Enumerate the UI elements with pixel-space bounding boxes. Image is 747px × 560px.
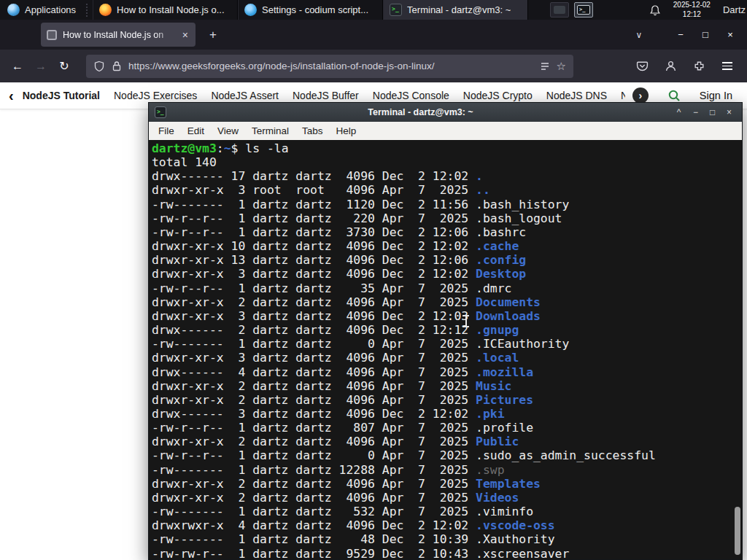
url-bar[interactable]: https://www.geeksforgeeks.org/node-js/in… xyxy=(86,55,573,78)
firefox-icon xyxy=(99,4,112,16)
reader-view-icon[interactable] xyxy=(540,61,550,71)
applications-label: Applications xyxy=(25,4,76,15)
taskbar-item-label: Terminal - dartz@vm3: ~ xyxy=(407,4,511,15)
terminal-menu-file[interactable]: File xyxy=(152,125,181,136)
nav-item-nodejs-exercises[interactable]: NodeJS Exercises xyxy=(114,90,197,101)
extensions-icon[interactable] xyxy=(688,55,710,77)
ls-entry-name: .profile xyxy=(476,421,533,435)
terminal-icon xyxy=(390,4,402,16)
terminal-ls-line: -rw------- 1 dartz dartz 532 Apr 7 2025 … xyxy=(152,505,742,518)
terminal-maximize-button[interactable]: □ xyxy=(704,107,721,117)
terminal-ls-line: -rw------- 1 dartz dartz 0 Apr 7 2025 .I… xyxy=(152,337,742,351)
user-label[interactable]: Dartz xyxy=(723,4,746,15)
menu-icon[interactable] xyxy=(716,55,738,77)
taskbar-item-firefox[interactable]: How to Install Node.js o... xyxy=(93,0,238,20)
account-icon[interactable] xyxy=(659,55,681,77)
search-icon[interactable] xyxy=(667,89,681,102)
terminal-scrollbar[interactable] xyxy=(735,507,740,555)
terminal-menu-view[interactable]: View xyxy=(211,125,245,136)
terminal-content[interactable]: dartz@vm3:~$ ls -la total 140 drwx------… xyxy=(149,140,742,559)
notification-bell-icon[interactable] xyxy=(649,4,661,16)
tab-close-icon[interactable]: × xyxy=(181,29,190,41)
back-button[interactable]: ← xyxy=(6,55,29,78)
tray-window-button[interactable] xyxy=(550,2,569,18)
terminal-total-line: total 140 xyxy=(152,155,742,169)
ls-entry-name: .bashrc xyxy=(476,225,526,239)
ls-entry-name: .xscreensaver xyxy=(476,547,569,559)
panel-separator xyxy=(86,4,90,17)
nav-scroll-right-icon[interactable]: › xyxy=(632,88,649,104)
terminal-ls-line: drwxr-xr-x 2 dartz dartz 4096 Apr 7 2025… xyxy=(152,379,742,393)
terminal-minimize-button[interactable]: − xyxy=(687,107,704,117)
nav-item-nodejs-assert[interactable]: NodeJS Assert xyxy=(211,90,279,101)
terminal-ls-line: drwxr-xr-x 2 dartz dartz 4096 Apr 7 2025… xyxy=(152,295,742,309)
terminal-ls-line: drwxr-xr-x 3 dartz dartz 4096 Dec 2 12:0… xyxy=(152,309,742,323)
ls-entry-name: Desktop xyxy=(476,267,526,281)
nav-item-nodejs-buffer[interactable]: NodeJS Buffer xyxy=(293,90,359,101)
nav-item-nodejs-console[interactable]: NodeJS Console xyxy=(373,90,449,101)
terminal-command: ls -la xyxy=(245,141,288,155)
ls-entry-name: .cache xyxy=(476,239,519,253)
browser-nav-toolbar: ← → ↻ https://www.geeksforgeeks.org/node… xyxy=(0,50,747,82)
nav-item-nodejs-crypto[interactable]: NodeJS Crypto xyxy=(463,90,533,101)
ls-entry-name: .swp xyxy=(476,463,504,477)
terminal-ls-line: drwx------ 17 dartz dartz 4096 Dec 2 12:… xyxy=(152,169,742,183)
prompt-separator: : xyxy=(217,141,224,155)
terminal-titlebar[interactable]: Terminal - dartz@vm3: ~ ^ − □ × xyxy=(149,103,742,122)
browser-tab[interactable]: How to Install Node.js on × xyxy=(41,23,196,47)
tab-favicon xyxy=(47,30,57,40)
tray-terminal-button[interactable] xyxy=(574,2,593,18)
browser-close-button[interactable]: × xyxy=(718,29,743,40)
nav-item-nodejs-dns[interactable]: NodeJS DNS xyxy=(546,90,607,101)
terminal-prompt-line: dartz@vm3:~$ ls -la xyxy=(152,141,742,155)
nav-scroll-left-icon[interactable]: ‹ xyxy=(9,88,14,103)
terminal-ls-line: drwxr-xr-x 2 dartz dartz 4096 Apr 7 2025… xyxy=(152,477,742,491)
top-panel: Applications How to Install Node.js o...… xyxy=(0,0,747,20)
codium-icon xyxy=(244,4,257,16)
ls-entry-name: Pictures xyxy=(476,393,533,407)
tracking-shield-icon[interactable] xyxy=(93,61,105,72)
ls-entry-name: .bash_logout xyxy=(476,211,562,225)
clock[interactable]: 2025-12-02 12:12 xyxy=(673,1,711,19)
ls-entry-name: Public xyxy=(476,435,519,448)
pocket-icon[interactable] xyxy=(631,55,653,77)
terminal-ls-line: -rw-rw-r-- 1 dartz dartz 9529 Dec 2 10:4… xyxy=(152,547,742,559)
bookmark-star-icon[interactable]: ☆ xyxy=(557,60,566,73)
sign-in-button[interactable]: Sign In xyxy=(700,90,732,101)
terminal-close-button[interactable]: × xyxy=(721,107,738,117)
terminal-menu-terminal[interactable]: Terminal xyxy=(245,125,295,136)
ls-entry-name: . xyxy=(476,169,483,183)
reload-button[interactable]: ↻ xyxy=(53,55,76,78)
toolbar-right-icons xyxy=(631,55,741,77)
ls-entry-name: Documents xyxy=(476,295,541,309)
browser-minimize-button[interactable]: − xyxy=(668,29,693,40)
ls-entry-name: .viminfo xyxy=(476,505,533,518)
terminal-menu-edit[interactable]: Edit xyxy=(181,125,211,136)
taskbar-item-terminal[interactable]: Terminal - dartz@vm3: ~ xyxy=(383,0,528,20)
terminal-ls-line: -rw-r--r-- 1 dartz dartz 220 Apr 7 2025 … xyxy=(152,211,742,225)
ls-entry-name: .Xauthority xyxy=(476,532,555,546)
tab-title: How to Install Node.js on xyxy=(63,30,175,40)
new-tab-button[interactable]: + xyxy=(203,25,223,45)
terminal-ls-line: drwxr-xr-x 2 dartz dartz 4096 Apr 7 2025… xyxy=(152,393,742,407)
lock-icon[interactable] xyxy=(112,61,122,71)
nav-item-nodejs-tutorial[interactable]: NodeJS Tutorial xyxy=(23,90,100,101)
terminal-menu-tabs[interactable]: Tabs xyxy=(295,125,330,136)
ls-entry-name: .config xyxy=(476,253,526,267)
url-text[interactable]: https://www.geeksforgeeks.org/node-js/in… xyxy=(128,61,533,71)
browser-maximize-button[interactable]: □ xyxy=(693,29,718,40)
browser-window-controls: − □ × xyxy=(668,29,743,40)
terminal-output: drwx------ 17 dartz dartz 4096 Dec 2 12:… xyxy=(152,169,742,559)
terminal-shade-button[interactable]: ^ xyxy=(670,107,687,117)
terminal-menu-help[interactable]: Help xyxy=(330,125,363,136)
applications-menu-button[interactable]: Applications xyxy=(0,0,83,20)
prompt-path: ~ xyxy=(224,141,231,155)
ls-entry-name: .bash_history xyxy=(476,198,569,211)
list-tabs-button[interactable]: ∨ xyxy=(629,30,649,40)
forward-button[interactable]: → xyxy=(29,55,53,78)
ls-entry-name: .. xyxy=(476,183,490,197)
terminal-ls-line: drwx------ 4 dartz dartz 4096 Apr 7 2025… xyxy=(152,365,742,379)
terminal-ls-line: -rw-r--r-- 1 dartz dartz 807 Apr 7 2025 … xyxy=(152,421,742,435)
taskbar-item-codium[interactable]: Settings - codium script... xyxy=(238,0,383,20)
ls-entry-name: Templates xyxy=(476,477,541,491)
